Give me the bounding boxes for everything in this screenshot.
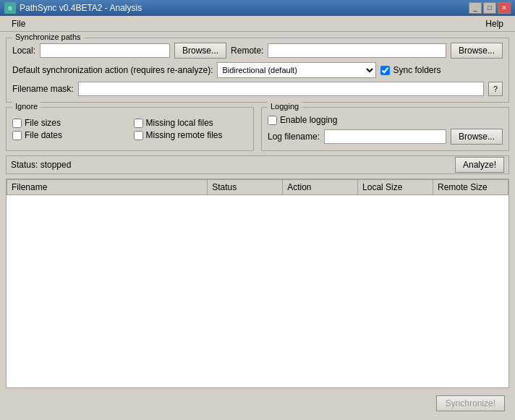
- browse-local-button[interactable]: Browse...: [174, 43, 226, 59]
- menu-help[interactable]: Help: [480, 17, 509, 30]
- log-filename-row: Log filename: Browse...: [268, 129, 503, 145]
- log-filename-input[interactable]: [324, 129, 446, 144]
- file-dates-checkbox-label[interactable]: File dates: [12, 130, 127, 140]
- sync-folders-label: Sync folders: [393, 65, 440, 75]
- browse-log-button[interactable]: Browse...: [451, 129, 503, 145]
- close-button[interactable]: ✕: [498, 2, 511, 14]
- remote-input[interactable]: [268, 43, 446, 58]
- col-local-size: Local Size: [358, 180, 433, 195]
- sync-paths-title: Synchronize paths: [12, 33, 84, 41]
- file-dates-checkbox[interactable]: [12, 131, 22, 140]
- ignore-group: Ignore File sizes Missing local files Fi…: [6, 107, 254, 151]
- local-input[interactable]: [40, 43, 170, 58]
- file-sizes-label: File sizes: [25, 118, 61, 128]
- menu-file[interactable]: File: [6, 17, 31, 30]
- missing-local-label: Missing local files: [146, 118, 213, 128]
- remote-label: Remote:: [231, 46, 263, 56]
- file-dates-label: File dates: [25, 130, 62, 140]
- col-status: Status: [208, 180, 283, 195]
- logging-group: Logging Enable logging Log filename: Bro…: [261, 107, 509, 151]
- file-table-container[interactable]: Filename Status Action Local Size Remote…: [6, 179, 509, 388]
- logging-title: Logging: [268, 102, 302, 111]
- main-content: Synchronize paths Local: Browse... Remot…: [0, 32, 515, 420]
- col-filename: Filename: [7, 180, 208, 195]
- browse-remote-button[interactable]: Browse...: [451, 43, 503, 59]
- missing-local-checkbox[interactable]: [134, 119, 143, 128]
- log-filename-label: Log filename:: [268, 132, 320, 142]
- missing-local-checkbox-label[interactable]: Missing local files: [134, 118, 248, 128]
- title-bar: S PathSync v0.4BETA2 - Analysis _ □ ✕: [0, 0, 515, 16]
- app-icon: S: [4, 2, 16, 14]
- default-action-label: Default synchronization action (requires…: [12, 65, 213, 75]
- ignore-grid: File sizes Missing local files File date…: [12, 118, 247, 140]
- maximize-button[interactable]: □: [483, 2, 496, 14]
- synchronize-button[interactable]: Synchronize!: [436, 395, 505, 411]
- ignore-title: Ignore: [12, 102, 41, 111]
- file-table: Filename Status Action Local Size Remote…: [7, 179, 508, 195]
- enable-logging-checkbox[interactable]: [268, 116, 277, 125]
- sync-paths-group: Synchronize paths Local: Browse... Remot…: [6, 38, 509, 103]
- window-title: PathSync v0.4BETA2 - Analysis: [20, 3, 142, 13]
- status-text: Status: stopped: [11, 160, 71, 170]
- filename-mask-row: Filename mask: ?: [12, 82, 503, 96]
- file-sizes-checkbox-label[interactable]: File sizes: [12, 118, 127, 128]
- table-header: Filename Status Action Local Size Remote…: [7, 180, 508, 195]
- missing-remote-label: Missing remote files: [146, 130, 223, 140]
- window-controls: _ □ ✕: [469, 2, 511, 14]
- filename-mask-help-button[interactable]: ?: [488, 82, 503, 96]
- analyze-button[interactable]: Analyze!: [455, 157, 504, 173]
- local-remote-row: Local: Browse... Remote: Browse...: [12, 43, 503, 59]
- minimize-button[interactable]: _: [469, 2, 482, 14]
- missing-remote-checkbox-label[interactable]: Missing remote files: [134, 130, 248, 140]
- ignore-logging-row: Ignore File sizes Missing local files Fi…: [6, 107, 509, 151]
- local-label: Local:: [12, 46, 35, 56]
- svg-text:S: S: [8, 5, 12, 12]
- enable-logging-row: Enable logging: [268, 115, 503, 125]
- enable-logging-checkbox-label[interactable]: Enable logging: [268, 115, 337, 125]
- default-action-select[interactable]: Bidirectional (default) Local to Remote …: [217, 62, 376, 78]
- sync-folders-checkbox[interactable]: [380, 66, 390, 75]
- filename-mask-label: Filename mask:: [12, 84, 74, 94]
- status-bar: Status: stopped Analyze!: [6, 155, 509, 174]
- file-sizes-checkbox[interactable]: [12, 119, 22, 128]
- col-action: Action: [283, 180, 358, 195]
- bottom-bar: Synchronize!: [6, 393, 509, 414]
- col-remote-size: Remote Size: [433, 180, 508, 195]
- default-action-row: Default synchronization action (requires…: [12, 62, 503, 78]
- missing-remote-checkbox[interactable]: [134, 131, 143, 140]
- enable-logging-label: Enable logging: [280, 115, 337, 125]
- menu-bar: File Help: [0, 16, 515, 32]
- filename-mask-input[interactable]: [78, 82, 484, 96]
